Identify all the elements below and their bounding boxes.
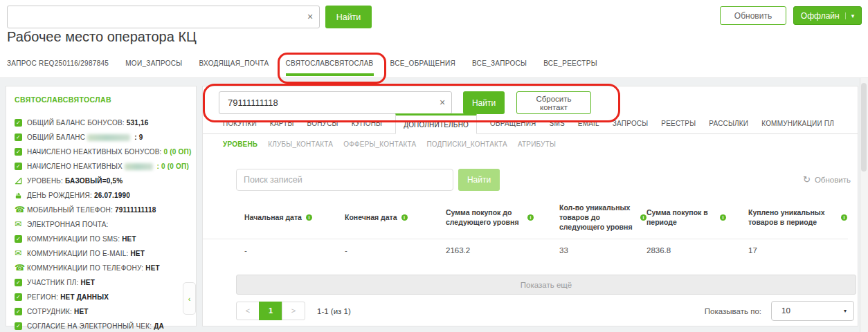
birthday-icon (15, 192, 24, 199)
records-search-input[interactable] (236, 169, 453, 191)
refresh-icon: ↻ (803, 174, 811, 185)
stat-value: 79111111118 (115, 206, 156, 214)
records-find-button: Найти (458, 169, 500, 191)
column-header-label: Куплено уникальных товаров в периоде (748, 208, 837, 227)
window-tab-входящая-почта[interactable]: ВХОДЯЩАЯ_ПОЧТА (199, 59, 269, 76)
refresh-button[interactable]: Обновить (720, 6, 786, 25)
sidebar-stat-item: ☎КОММУНИКАЦИИ ПО ТЕЛЕФОНУ:НЕТ (15, 261, 189, 275)
stat-value: НЕТ (74, 308, 89, 315)
per-page-label: Показывать по: (705, 307, 761, 315)
info-icon[interactable]: i (401, 214, 408, 221)
tab-sms[interactable]: SMS (550, 113, 565, 133)
tab-бонусы[interactable]: БОНУСЫ (307, 113, 338, 133)
offline-status-button[interactable]: Оффлайн ▾ (793, 6, 862, 25)
show-more-button[interactable]: Показать ещё (236, 275, 856, 295)
sidebar-stat-item: ✉КОММУНИКАЦИИ ПО E-MAIL:НЕТ (15, 246, 189, 261)
stat-value: ДА (154, 322, 164, 330)
phone-icon: ☎ (15, 264, 24, 272)
phone-search-input[interactable] (219, 98, 433, 108)
checkbox-icon: ✓ (15, 293, 22, 301)
pagination-row: < 1 > 1-1 (из 1) Показывать по: 10 ▾ (236, 301, 854, 321)
sidebar-collapse-button[interactable]: ‹ (183, 282, 196, 315)
sidebar-stat-item: ✓СОГЛАСИЕ НА ЭЛЕКТРОННЫЙ ЧЕК:ДА (15, 319, 189, 332)
column-header-label: Кол-во уникальных товаров до следующего … (559, 203, 636, 232)
stat-label: ОБЩИЙ БАЛАНС (27, 133, 85, 141)
phone-search-box: × (219, 91, 452, 114)
tab-купоны[interactable]: КУПОНЫ (352, 113, 383, 133)
phone-find-button[interactable]: Найти (463, 91, 505, 114)
tab-email[interactable]: EMAIL (578, 113, 599, 133)
pagination-range: 1-1 (из 1) (317, 307, 351, 315)
stat-label: ДЕНЬ РОЖДЕНИЯ: (27, 192, 92, 199)
sidebar-stat-item: ✓УЧАСТНИК ПЛ:НЕТ (15, 275, 189, 290)
window-tab-запрос-req250116-2987845[interactable]: ЗАПРОС REQ250116/2987845 (7, 59, 109, 76)
email-icon: ✉ (15, 250, 24, 257)
tab-коммуникации-пл[interactable]: КОММУНИКАЦИИ ПЛ (761, 113, 834, 133)
subtab-атрибуты[interactable]: АТРИБУТЫ (518, 140, 556, 148)
window-tab-все-запросы[interactable]: ВСЕ_ЗАПРОСЫ (472, 59, 527, 76)
column-header: Сумма покупок до следующего уровняi (446, 208, 559, 227)
sidebar-stat-item: ✓СОТРУДНИК:НЕТ (15, 304, 189, 319)
info-icon[interactable]: i (527, 214, 534, 221)
checkbox-icon: ✓ (15, 235, 22, 243)
column-header: Кол-во уникальных товаров до следующего … (559, 203, 647, 232)
prev-page-button: < (236, 302, 260, 320)
tab-покупки[interactable]: ПОКУПКИ (223, 113, 257, 133)
window-tab-мои-запросы[interactable]: МОИ_ЗАПРОСЫ (125, 59, 182, 76)
window-tab-все-обращения[interactable]: ВСЕ_ОБРАЩЕНИЯ (390, 59, 455, 76)
tab-запросы[interactable]: ЗАПРОСЫ (613, 113, 649, 133)
chevron-down-icon: ▾ (844, 308, 847, 314)
sidebar-stat-item: ✓ОБЩИЙ БАЛАНС БОНУСОВ:531,16 (15, 116, 189, 130)
chevron-down-icon: ▾ (845, 12, 855, 19)
vertical-scrollbar-thumb[interactable] (861, 83, 867, 172)
clear-phone-icon[interactable]: × (433, 92, 451, 113)
checkbox-icon: ✓ (15, 322, 22, 330)
table-cell: 33 (559, 246, 647, 255)
window-tab-святославсвятослав[interactable]: СВЯТОСЛАВСВЯТОСЛАВ (286, 59, 374, 76)
tab-реестры[interactable]: РЕЕСТРЫ (661, 113, 696, 133)
tab-карты[interactable]: КАРТЫ (270, 113, 294, 133)
info-icon[interactable]: i (720, 214, 726, 221)
checkbox-icon: ✓ (15, 148, 22, 156)
global-search-input[interactable] (8, 12, 301, 22)
stat-label: МОБИЛЬНЫЙ ТЕЛЕФОН: (27, 206, 113, 214)
subtab-клубы-контакта[interactable]: КЛУБЫ_КОНТАКТА (268, 140, 333, 148)
tab-обращения[interactable]: ОБРАЩЕНИЯ (490, 113, 536, 133)
table-refresh-label: Обновить (815, 176, 851, 184)
tab-дополнительно[interactable]: ДОПОЛНИТЕЛЬНО (395, 113, 477, 134)
column-header: Куплено уникальных товаров в периодеi (748, 208, 848, 227)
current-page-button[interactable]: 1 (259, 302, 282, 320)
per-page-value: 10 (781, 302, 790, 320)
chevron-left-icon: ‹ (188, 295, 191, 303)
clear-search-icon[interactable]: × (301, 6, 319, 28)
sidebar-stat-item: ☎МОБИЛЬНЫЙ ТЕЛЕФОН:79111111118 (15, 203, 189, 217)
sidebar-stat-item: ✓НАЧИСЛЕНО НЕАКТИВНЫХ БОНУСОВ:0 (0 ОП) (15, 145, 189, 159)
subtab-подписки-контакта[interactable]: ПОДПИСКИ_КОНТАКТА (426, 140, 507, 148)
stat-label: КОММУНИКАЦИИ ПО SMS: (27, 235, 120, 243)
redacted-text (87, 134, 130, 141)
window-tab-все-реестры[interactable]: ВСЕ_РЕЕСТРЫ (543, 59, 597, 76)
info-icon[interactable]: i (841, 214, 847, 221)
sidebar-stat-item: ✉ЭЛЕКТРОННАЯ ПОЧТА: (15, 217, 189, 232)
stat-label: СОГЛАСИЕ НА ЭЛЕКТРОННЫЙ ЧЕК: (27, 322, 152, 330)
subtab-офферы-контакта[interactable]: ОФФЕРЫ_КОНТАКТА (343, 140, 416, 148)
column-header: Сумма покупок в периодеi (647, 208, 748, 227)
table-refresh-link[interactable]: ↻ Обновить (803, 174, 851, 185)
stat-label: РЕГИОН: (27, 293, 58, 301)
info-icon[interactable]: i (306, 214, 312, 221)
tab-рассылки[interactable]: РАССЫЛКИ (709, 113, 748, 133)
sidebar-stat-item: ✓НАЧИСЛЕНО НЕАКТИВНЫХ: 0 (0 ОП) (15, 159, 189, 174)
subtab-уровень[interactable]: УРОВЕНЬ (223, 140, 257, 148)
pager: < 1 > 1-1 (из 1) (236, 302, 351, 320)
contact-detail-panel: × Найти Сбросить контакт ПОКУПКИКАРТЫБОН… (202, 86, 858, 326)
per-page-select[interactable]: 10 ▾ (771, 301, 854, 321)
checkbox-icon: ✓ (15, 308, 22, 315)
per-page-control: Показывать по: 10 ▾ (705, 301, 854, 321)
stat-label: КОММУНИКАЦИИ ПО ТЕЛЕФОНУ: (27, 264, 143, 272)
sidebar-stat-item: ✓КОММУНИКАЦИИ ПО SMS:НЕТ (15, 232, 189, 246)
table-cell: 2836.8 (647, 246, 748, 255)
info-icon[interactable]: i (640, 214, 647, 221)
global-find-button[interactable]: Найти (325, 6, 372, 28)
level-icon (15, 177, 24, 185)
reset-contact-button[interactable]: Сбросить контакт (516, 91, 591, 114)
